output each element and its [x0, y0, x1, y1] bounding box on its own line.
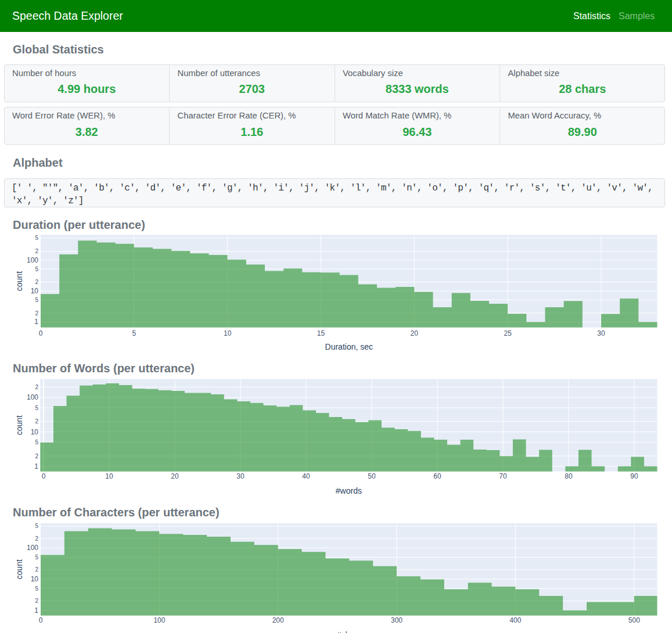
svg-text:2: 2	[35, 248, 38, 254]
svg-text:5: 5	[35, 297, 38, 303]
svg-text:60: 60	[433, 472, 441, 480]
svg-text:10: 10	[31, 575, 39, 583]
svg-text:0: 0	[42, 472, 46, 480]
svg-text:20: 20	[171, 472, 179, 480]
svg-text:count: count	[15, 271, 24, 291]
svg-text:80: 80	[565, 472, 573, 480]
svg-text:100: 100	[27, 544, 38, 552]
svg-text:2: 2	[35, 384, 38, 390]
svg-text:100: 100	[27, 256, 38, 264]
svg-text:1: 1	[34, 318, 38, 326]
svg-text:1: 1	[34, 462, 38, 470]
svg-text:2: 2	[35, 598, 38, 604]
svg-text:Duration, sec: Duration, sec	[325, 342, 373, 351]
svg-text:5: 5	[132, 329, 136, 337]
svg-text:2: 2	[35, 566, 38, 573]
svg-text:200: 200	[272, 616, 284, 624]
svg-text:5: 5	[35, 266, 38, 272]
svg-text:90: 90	[630, 472, 638, 480]
svg-text:5: 5	[35, 235, 38, 241]
svg-text:10: 10	[31, 428, 39, 436]
svg-text:5: 5	[35, 523, 38, 529]
svg-text:count: count	[15, 415, 24, 435]
svg-text:100: 100	[27, 393, 38, 401]
svg-text:#words: #words	[336, 486, 362, 495]
svg-text:300: 300	[391, 616, 403, 624]
svg-text:25: 25	[504, 329, 512, 337]
svg-text:2: 2	[35, 279, 38, 285]
svg-text:2: 2	[35, 453, 38, 459]
svg-text:20: 20	[411, 329, 419, 337]
svg-text:10: 10	[31, 287, 39, 295]
svg-text:10: 10	[224, 329, 232, 337]
svg-text:100: 100	[153, 616, 165, 624]
svg-text:40: 40	[302, 472, 310, 480]
svg-text:0: 0	[39, 616, 43, 624]
svg-text:1: 1	[34, 606, 38, 615]
svg-text:30: 30	[597, 329, 605, 337]
svg-text:30: 30	[236, 472, 245, 480]
svg-text:50: 50	[368, 472, 376, 480]
svg-text:2: 2	[35, 418, 38, 425]
svg-text:10: 10	[105, 472, 113, 480]
svg-text:2: 2	[35, 536, 38, 542]
svg-text:0: 0	[39, 329, 43, 337]
svg-text:500: 500	[628, 616, 640, 624]
svg-text:400: 400	[509, 616, 521, 624]
svg-text:5: 5	[35, 585, 38, 592]
svg-text:15: 15	[317, 329, 325, 337]
svg-text:count: count	[15, 559, 24, 579]
svg-text:5: 5	[35, 439, 38, 445]
svg-text:5: 5	[35, 554, 38, 560]
svg-text:70: 70	[499, 472, 507, 480]
svg-text:5: 5	[35, 405, 38, 411]
svg-text:2: 2	[35, 310, 38, 317]
